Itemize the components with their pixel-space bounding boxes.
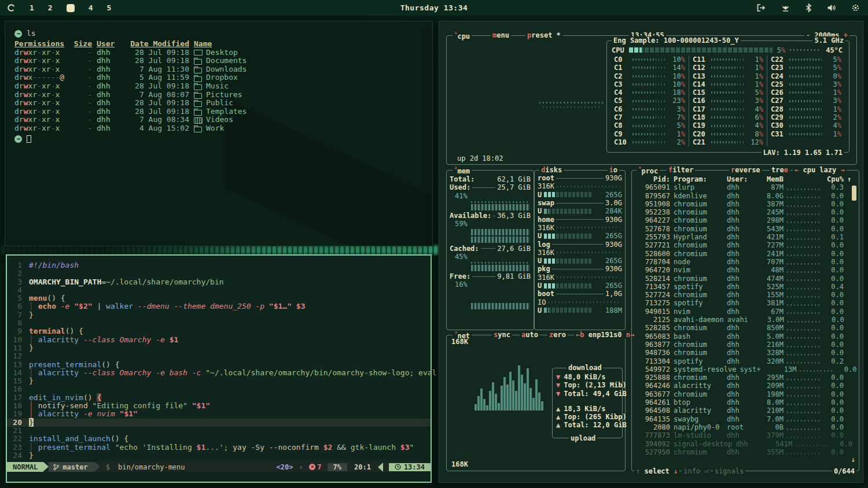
process-row[interactable]: 528600chromiumdhh241M0.0 [632,250,859,258]
process-row[interactable]: 952238chromiumdhh245M0.0 [632,208,859,216]
workspace-5[interactable]: 5 [106,3,111,12]
memory-box-title[interactable]: ²mem [453,166,472,175]
code-line[interactable]: 2 [7,269,431,278]
process-row[interactable]: 2125avahi-daemonavahi3.0M0.0 [632,316,859,324]
preset-button[interactable]: preset * [525,31,562,39]
code-line[interactable]: 21 [7,427,431,435]
process-row[interactable]: 528214chromiumdhh474M0.0 [632,275,859,283]
menu-button[interactable]: menu [491,31,511,39]
process-row[interactable]: 964720nvimdhh48M0.0 [632,266,859,274]
process-row[interactable]: 713275spotifydhh381M0.0 [632,299,859,307]
process-row[interactable]: 777873lm-studiodhh379M0.0 [632,431,859,439]
code-line[interactable]: 23│ present_terminal "echo 'Installing $… [7,443,431,452]
disks-box-title[interactable]: disks [539,166,564,174]
process-row[interactable]: 527724chromiumdhh155M0.0 [632,291,859,299]
access-point-icon[interactable] [781,3,790,12]
terminal-cursor [27,135,31,143]
workspace-3-active[interactable] [67,4,75,12]
header-user[interactable]: User: [727,175,753,183]
code-line[interactable]: 9terminal() { [7,327,431,335]
header-memb[interactable]: MemB [757,175,784,183]
signals-control[interactable]: signals [713,467,746,475]
process-row[interactable]: 527950chromiumdhh355M0.0 [632,448,859,456]
workspace-2[interactable]: 2 [48,3,53,12]
process-row[interactable]: 255793Hyprlanddhh421M0.1 [632,233,859,241]
process-row[interactable]: 949015nvimdhh67M0.0 [632,308,859,316]
bluetooth-icon[interactable] [806,3,812,12]
scroll-down-indicator[interactable]: ↓ [851,456,855,464]
process-row[interactable]: 879567kdenlivedhh8.0G0.0 [632,192,859,200]
filter-button[interactable]: filter [667,166,695,174]
code-line[interactable]: 22install_and_launch() { [7,435,431,443]
process-row[interactable]: 964246alacrittydhh209M0.0 [632,382,859,390]
code-line[interactable]: 7} [7,311,431,319]
process-row[interactable]: 713304spotifydhh320M0.2 [632,357,859,365]
process-row[interactable]: 527721chromiumdhh727M0.0 [632,241,859,249]
process-row[interactable]: 528285chromiumdhh850M0.0 [632,324,859,332]
interface-selector[interactable]: ←b enp191s0 n→ [574,331,636,339]
info-control[interactable]: info ⏎ [682,467,710,475]
process-box-title[interactable]: ⁴proc [637,166,660,175]
workspace-1[interactable]: 1 [30,3,34,12]
process-row[interactable]: 549972systemd-resolvesyst+13M0.0 [632,365,859,374]
process-row[interactable]: 948736chromiumdhh328M0.0 [632,349,859,357]
reverse-button[interactable]: reverse [729,166,762,174]
btop-window[interactable]: ¹cpu menu preset * 13:34:55 - 2000ms + E… [439,21,863,483]
process-row[interactable]: 964261btopdhh8.0M0.0 [632,398,859,406]
process-row[interactable]: 965083bashdhh5.0M0.0 [632,332,859,341]
select-control[interactable]: ↑ select ↓ [634,467,679,475]
process-row[interactable]: 2080napi/phy0-0root0B0.0 [632,423,859,431]
code-line[interactable]: 8 [7,319,431,327]
code-line[interactable]: 17edit_in_nvim() { [7,394,431,402]
process-row[interactable]: 963677chromiumdhh198M0.0 [632,390,859,398]
sync-toggle[interactable]: sync [492,331,512,339]
code-buffer[interactable]: 1#!/bin/bash23OMARCHY_BIN_PATH=~/.local/… [7,256,431,460]
logout-icon[interactable] [756,3,766,12]
code-line[interactable]: 6│ echo -e "$2" | walker --dmenu --theme… [7,302,431,310]
header-cpu[interactable]: Cpu% [823,175,844,183]
code-line[interactable]: 1#!/bin/bash [7,261,431,269]
tree-button[interactable]: tree [770,166,790,174]
process-row[interactable]: 964508alacrittydhh210M0.0 [632,406,859,415]
code-line[interactable]: 14│ alacritty --class Omarchy -e bash -c… [7,369,431,377]
net-graph-bar [532,398,535,411]
io-toggle[interactable]: io [608,166,619,174]
code-line[interactable]: 11} [7,344,431,352]
zero-toggle[interactable]: zero [547,331,568,339]
process-row[interactable]: 778704nodedhh707M0.0 [632,258,859,266]
header-pid[interactable]: Pid: [635,175,670,183]
workspace-4[interactable]: 4 [89,3,93,12]
desktop-icon [194,49,203,56]
code-line[interactable]: 16 [7,385,431,393]
terminal-window-ls[interactable]: → ls Permissions Size User Date Modified… [5,21,433,246]
code-line[interactable]: 24} [7,452,431,460]
scrollbar-thumb[interactable] [852,186,856,201]
volume-icon[interactable] [827,3,836,12]
process-row[interactable]: 963877chromiumdhh216M0.0 [632,341,859,349]
omarchy-logo-icon[interactable] [7,3,16,12]
code-line[interactable]: 10│ alacritty --class Omarchy -e $1 [7,336,431,344]
process-row[interactable]: 527678chromiumdhh543M0.0 [632,225,859,233]
neovim-window[interactable]: 1#!/bin/bash23OMARCHY_BIN_PATH=~/.local/… [6,254,432,483]
sort-selector[interactable]: ← cpu lazy → [793,166,847,174]
gear-icon[interactable] [851,3,860,12]
git-segment[interactable]: master [49,462,94,472]
auto-toggle[interactable]: auto [520,331,540,339]
cpu-box-title[interactable]: ¹cpu [453,31,472,40]
process-row[interactable]: 925888chromiumdhh295M0.0 [632,374,859,382]
process-row[interactable]: 394092signal-desktopdhh541M0.0 [632,440,859,448]
header-program[interactable]: Program: [674,175,723,183]
process-row[interactable]: 951908chromiumdhh387M0.0 [632,200,859,208]
process-row[interactable]: 965091slurpdhh87M0.3 [632,183,859,191]
code-line[interactable]: 19│ alacritty -e nvim "$1" [7,410,431,418]
diagnostics[interactable]: × 7 [309,463,321,471]
code-line[interactable]: 13present_terminal() { [7,361,431,369]
code-line[interactable]: 20} [7,419,431,427]
code-line[interactable]: 12 [7,352,431,360]
process-row[interactable]: 964227chromiumdhh298M0.0 [632,216,859,224]
process-row[interactable]: 964135swaybgdhh7.0M0.0 [632,415,859,423]
code-line[interactable]: 4 [7,286,431,294]
code-line[interactable]: 15} [7,377,431,385]
code-line[interactable]: 3OMARCHY_BIN_PATH=~/.local/share/omarchy… [7,278,431,286]
process-row[interactable]: 713457spotifydhh525M0.4 [632,283,859,291]
